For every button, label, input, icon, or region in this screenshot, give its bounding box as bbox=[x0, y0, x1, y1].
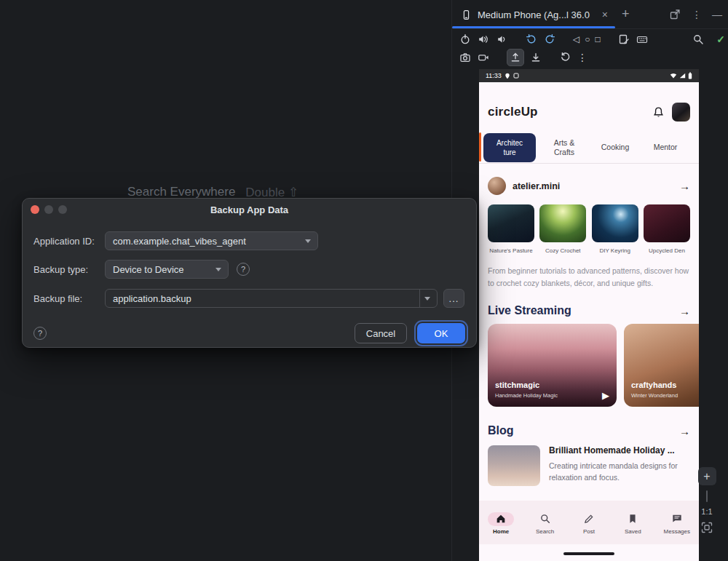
card-diy-keyring[interactable]: DIY Keyring bbox=[592, 204, 638, 254]
tab-architecture[interactable]: Architec ture bbox=[483, 133, 536, 162]
scroll-accent-bar bbox=[479, 132, 481, 162]
nav-label: Saved bbox=[625, 528, 641, 535]
rotate-right-icon[interactable] bbox=[543, 33, 556, 46]
card-label: Cozy Crochet bbox=[539, 247, 586, 254]
blog-post-title: Brilliant Homemade Holiday ... bbox=[549, 445, 690, 455]
volume-up-icon[interactable] bbox=[477, 33, 490, 46]
bookmark-icon bbox=[620, 512, 646, 526]
device-icon bbox=[459, 8, 472, 21]
nav-home[interactable]: Home bbox=[480, 512, 521, 535]
nav-messages[interactable]: Messages bbox=[657, 512, 697, 535]
chevron-down-icon bbox=[424, 297, 430, 301]
profile-row[interactable]: atelier.mini → bbox=[488, 177, 690, 195]
backup-file-combobox[interactable]: application.backup bbox=[105, 289, 438, 308]
profile-avatar-small bbox=[488, 177, 506, 195]
gesture-bar[interactable] bbox=[563, 552, 614, 555]
card-label: Upcycled Den bbox=[644, 247, 690, 254]
arrow-right-icon[interactable]: → bbox=[679, 425, 690, 437]
nav-label: Search bbox=[536, 528, 554, 535]
tool-window-controls: ⋮ — bbox=[668, 0, 722, 29]
new-tab-button[interactable]: + bbox=[622, 6, 630, 22]
card-cozy-crochet[interactable]: Cozy Crochet bbox=[539, 204, 586, 254]
notifications-bell-icon[interactable] bbox=[652, 106, 665, 119]
pencil-icon bbox=[576, 512, 602, 526]
blog-post[interactable]: Brilliant Homemade Holiday ... Creating … bbox=[488, 445, 690, 486]
status-app-icon bbox=[513, 73, 519, 79]
arrow-right-icon[interactable]: → bbox=[679, 180, 690, 192]
dialog-help-icon[interactable]: ? bbox=[33, 327, 47, 340]
zoom-reset-label[interactable]: 1:1 bbox=[701, 507, 712, 516]
dialog-title: Backup App Data bbox=[210, 204, 288, 215]
home-button-icon[interactable]: ○ bbox=[585, 34, 590, 44]
backup-app-data-icon[interactable] bbox=[507, 49, 524, 66]
chevron-down-icon bbox=[305, 239, 311, 243]
close-tab-icon[interactable]: × bbox=[602, 9, 608, 20]
device-tab-label: Medium Phone (Ag...l 36.0 bbox=[478, 9, 590, 20]
blog-title: Blog bbox=[488, 424, 514, 437]
close-window-button[interactable] bbox=[31, 205, 39, 214]
live-card-craftyhands[interactable]: craftyhands Winter Wonderland bbox=[624, 324, 699, 407]
arrow-right-icon[interactable]: → bbox=[679, 305, 690, 317]
zoom-in-button[interactable]: + bbox=[698, 467, 716, 485]
zoom-toggle-icon[interactable] bbox=[692, 33, 705, 46]
restore-app-data-icon[interactable] bbox=[529, 51, 542, 64]
camera-icon[interactable] bbox=[459, 51, 472, 64]
backup-type-select[interactable]: Device to Device bbox=[105, 260, 229, 279]
zoom-slider[interactable] bbox=[706, 490, 708, 502]
card-natures-pasture[interactable]: Nature's Pasture bbox=[488, 204, 534, 254]
application-id-select[interactable]: com.example.chat_vibes_agent bbox=[105, 231, 318, 250]
tab-cooking[interactable]: Cooking bbox=[593, 133, 638, 162]
nav-search[interactable]: Search bbox=[525, 512, 566, 535]
application-id-value: com.example.chat_vibes_agent bbox=[113, 236, 246, 247]
nav-label: Home bbox=[493, 528, 509, 535]
card-image bbox=[539, 204, 586, 242]
play-icon[interactable]: ▶ bbox=[602, 390, 609, 401]
stream-name: stitchmagic bbox=[495, 381, 539, 389]
card-image bbox=[644, 204, 690, 242]
backup-type-value: Device to Device bbox=[113, 264, 184, 275]
hide-tool-window-icon[interactable]: — bbox=[712, 9, 722, 20]
browse-button[interactable]: ... bbox=[443, 289, 464, 308]
backup-file-label: Backup file: bbox=[33, 289, 82, 308]
nav-post[interactable]: Post bbox=[569, 512, 609, 535]
minimize-window-button[interactable] bbox=[44, 205, 53, 214]
tool-window-options-icon[interactable]: ⋮ bbox=[692, 9, 702, 20]
project-cards: Nature's Pasture Cozy Crochet DIY Keyrin… bbox=[488, 204, 690, 254]
live-streaming-title: Live Streaming bbox=[488, 304, 571, 317]
backup-app-data-dialog: Backup App Data Application ID: com.exam… bbox=[22, 198, 477, 348]
hardware-input-icon[interactable] bbox=[636, 33, 649, 46]
stream-name: craftyhands bbox=[631, 381, 676, 389]
card-upcycled-den[interactable]: Upcycled Den bbox=[644, 204, 690, 254]
emulator-toolbar-secondary: ⋮ bbox=[459, 49, 587, 66]
app-header: circleUp bbox=[488, 103, 690, 122]
user-avatar[interactable] bbox=[672, 103, 690, 122]
screen-record-icon[interactable] bbox=[477, 51, 490, 64]
application-id-label: Application ID: bbox=[33, 231, 95, 250]
open-in-new-window-icon[interactable] bbox=[668, 8, 681, 21]
backup-file-dropdown-button[interactable] bbox=[419, 290, 437, 307]
nav-saved[interactable]: Saved bbox=[612, 512, 653, 535]
overview-icon[interactable]: □ bbox=[595, 34, 600, 44]
ok-button[interactable]: OK bbox=[417, 323, 465, 343]
search-icon bbox=[532, 512, 558, 526]
fit-to-window-icon[interactable] bbox=[700, 521, 713, 534]
screenshot-edit-icon[interactable] bbox=[617, 33, 630, 46]
emulator-display[interactable]: 11:33 circleUp Architec ture Arts & Craf… bbox=[479, 69, 699, 561]
power-icon[interactable] bbox=[459, 33, 472, 46]
live-card-stitchmagic[interactable]: stitchmagic Handmade Holiday Magic ▶ bbox=[488, 324, 617, 407]
more-options-icon[interactable]: ⋮ bbox=[577, 52, 587, 63]
snapshot-reset-icon[interactable] bbox=[559, 51, 572, 64]
cancel-button[interactable]: Cancel bbox=[355, 323, 407, 343]
backup-type-label: Backup type: bbox=[33, 260, 88, 279]
maximize-window-button[interactable] bbox=[58, 205, 67, 214]
tab-arts-crafts[interactable]: Arts & Crafts bbox=[543, 133, 585, 162]
zoom-controls: + 1:1 bbox=[697, 467, 717, 534]
app-title: circleUp bbox=[488, 105, 538, 119]
tab-mentor[interactable]: Mentor bbox=[645, 133, 686, 162]
volume-down-icon[interactable] bbox=[495, 33, 508, 46]
device-tab[interactable]: Medium Phone (Ag...l 36.0 × bbox=[452, 0, 615, 29]
section-description: From beginner tutorials to advanced patt… bbox=[488, 265, 690, 290]
back-icon[interactable]: ◁ bbox=[573, 34, 579, 44]
backup-type-help-icon[interactable]: ? bbox=[237, 263, 250, 276]
rotate-left-icon[interactable] bbox=[525, 33, 538, 46]
